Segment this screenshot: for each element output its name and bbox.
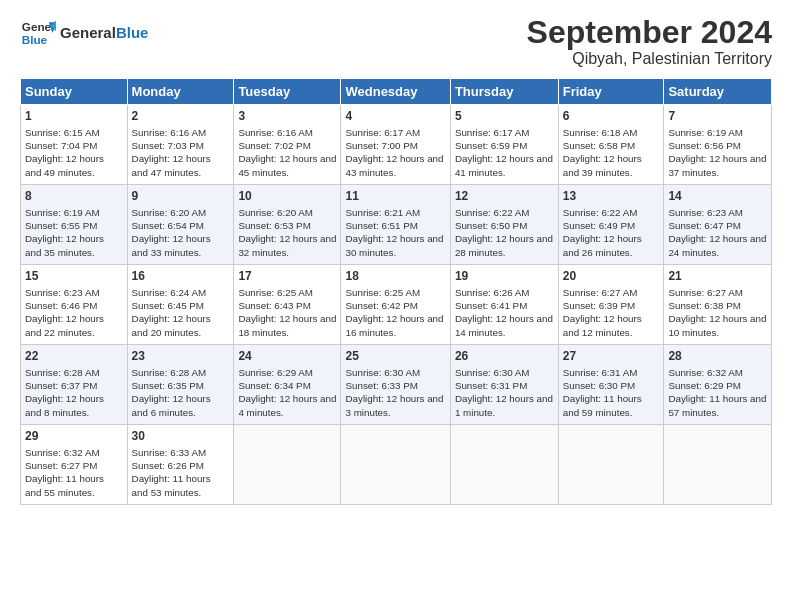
day-detail: Sunrise: 6:17 AMSunset: 6:59 PMDaylight:… bbox=[455, 126, 554, 179]
calendar-cell: 10Sunrise: 6:20 AMSunset: 6:53 PMDayligh… bbox=[234, 185, 341, 265]
day-number: 12 bbox=[455, 188, 554, 205]
day-number: 16 bbox=[132, 268, 230, 285]
day-number: 24 bbox=[238, 348, 336, 365]
day-detail: Sunrise: 6:29 AMSunset: 6:34 PMDaylight:… bbox=[238, 366, 336, 419]
calendar-cell: 6Sunrise: 6:18 AMSunset: 6:58 PMDaylight… bbox=[558, 105, 664, 185]
day-number: 15 bbox=[25, 268, 123, 285]
calendar-cell: 17Sunrise: 6:25 AMSunset: 6:43 PMDayligh… bbox=[234, 265, 341, 345]
day-detail: Sunrise: 6:32 AMSunset: 6:29 PMDaylight:… bbox=[668, 366, 767, 419]
day-detail: Sunrise: 6:24 AMSunset: 6:45 PMDaylight:… bbox=[132, 286, 230, 339]
day-number: 5 bbox=[455, 108, 554, 125]
day-detail: Sunrise: 6:19 AMSunset: 6:55 PMDaylight:… bbox=[25, 206, 123, 259]
day-detail: Sunrise: 6:16 AMSunset: 7:03 PMDaylight:… bbox=[132, 126, 230, 179]
day-number: 17 bbox=[238, 268, 336, 285]
calendar-cell bbox=[234, 425, 341, 505]
day-number: 10 bbox=[238, 188, 336, 205]
day-number: 30 bbox=[132, 428, 230, 445]
day-number: 14 bbox=[668, 188, 767, 205]
calendar-cell bbox=[341, 425, 450, 505]
calendar-cell: 30Sunrise: 6:33 AMSunset: 6:26 PMDayligh… bbox=[127, 425, 234, 505]
day-detail: Sunrise: 6:27 AMSunset: 6:38 PMDaylight:… bbox=[668, 286, 767, 339]
day-detail: Sunrise: 6:25 AMSunset: 6:43 PMDaylight:… bbox=[238, 286, 336, 339]
calendar-table: SundayMondayTuesdayWednesdayThursdayFrid… bbox=[20, 78, 772, 505]
calendar-cell: 15Sunrise: 6:23 AMSunset: 6:46 PMDayligh… bbox=[21, 265, 128, 345]
day-number: 21 bbox=[668, 268, 767, 285]
weekday-header-saturday: Saturday bbox=[664, 79, 772, 105]
logo-general: General bbox=[60, 24, 116, 41]
day-detail: Sunrise: 6:30 AMSunset: 6:33 PMDaylight:… bbox=[345, 366, 445, 419]
calendar-cell: 16Sunrise: 6:24 AMSunset: 6:45 PMDayligh… bbox=[127, 265, 234, 345]
day-number: 8 bbox=[25, 188, 123, 205]
day-number: 18 bbox=[345, 268, 445, 285]
weekday-header-friday: Friday bbox=[558, 79, 664, 105]
calendar-cell: 2Sunrise: 6:16 AMSunset: 7:03 PMDaylight… bbox=[127, 105, 234, 185]
day-detail: Sunrise: 6:19 AMSunset: 6:56 PMDaylight:… bbox=[668, 126, 767, 179]
calendar-cell: 29Sunrise: 6:32 AMSunset: 6:27 PMDayligh… bbox=[21, 425, 128, 505]
calendar-cell: 25Sunrise: 6:30 AMSunset: 6:33 PMDayligh… bbox=[341, 345, 450, 425]
svg-text:Blue: Blue bbox=[22, 33, 48, 46]
calendar-cell: 21Sunrise: 6:27 AMSunset: 6:38 PMDayligh… bbox=[664, 265, 772, 345]
calendar-cell: 7Sunrise: 6:19 AMSunset: 6:56 PMDaylight… bbox=[664, 105, 772, 185]
day-number: 25 bbox=[345, 348, 445, 365]
logo: General Blue GeneralBlue bbox=[20, 15, 148, 51]
calendar-cell: 14Sunrise: 6:23 AMSunset: 6:47 PMDayligh… bbox=[664, 185, 772, 265]
weekday-header-wednesday: Wednesday bbox=[341, 79, 450, 105]
calendar-cell: 4Sunrise: 6:17 AMSunset: 7:00 PMDaylight… bbox=[341, 105, 450, 185]
day-detail: Sunrise: 6:25 AMSunset: 6:42 PMDaylight:… bbox=[345, 286, 445, 339]
day-detail: Sunrise: 6:23 AMSunset: 6:47 PMDaylight:… bbox=[668, 206, 767, 259]
day-detail: Sunrise: 6:32 AMSunset: 6:27 PMDaylight:… bbox=[25, 446, 123, 499]
day-detail: Sunrise: 6:20 AMSunset: 6:54 PMDaylight:… bbox=[132, 206, 230, 259]
calendar-cell: 1Sunrise: 6:15 AMSunset: 7:04 PMDaylight… bbox=[21, 105, 128, 185]
day-detail: Sunrise: 6:28 AMSunset: 6:35 PMDaylight:… bbox=[132, 366, 230, 419]
day-detail: Sunrise: 6:16 AMSunset: 7:02 PMDaylight:… bbox=[238, 126, 336, 179]
calendar-cell bbox=[450, 425, 558, 505]
day-detail: Sunrise: 6:21 AMSunset: 6:51 PMDaylight:… bbox=[345, 206, 445, 259]
day-detail: Sunrise: 6:17 AMSunset: 7:00 PMDaylight:… bbox=[345, 126, 445, 179]
day-number: 13 bbox=[563, 188, 660, 205]
calendar-cell: 3Sunrise: 6:16 AMSunset: 7:02 PMDaylight… bbox=[234, 105, 341, 185]
calendar-cell: 12Sunrise: 6:22 AMSunset: 6:50 PMDayligh… bbox=[450, 185, 558, 265]
weekday-header-tuesday: Tuesday bbox=[234, 79, 341, 105]
day-number: 3 bbox=[238, 108, 336, 125]
calendar-cell: 19Sunrise: 6:26 AMSunset: 6:41 PMDayligh… bbox=[450, 265, 558, 345]
calendar-cell: 8Sunrise: 6:19 AMSunset: 6:55 PMDaylight… bbox=[21, 185, 128, 265]
day-number: 29 bbox=[25, 428, 123, 445]
day-number: 4 bbox=[345, 108, 445, 125]
day-number: 28 bbox=[668, 348, 767, 365]
day-detail: Sunrise: 6:18 AMSunset: 6:58 PMDaylight:… bbox=[563, 126, 660, 179]
day-detail: Sunrise: 6:30 AMSunset: 6:31 PMDaylight:… bbox=[455, 366, 554, 419]
day-number: 19 bbox=[455, 268, 554, 285]
calendar-cell: 24Sunrise: 6:29 AMSunset: 6:34 PMDayligh… bbox=[234, 345, 341, 425]
day-number: 22 bbox=[25, 348, 123, 365]
day-number: 1 bbox=[25, 108, 123, 125]
day-number: 2 bbox=[132, 108, 230, 125]
calendar-cell bbox=[664, 425, 772, 505]
day-number: 6 bbox=[563, 108, 660, 125]
calendar-cell: 20Sunrise: 6:27 AMSunset: 6:39 PMDayligh… bbox=[558, 265, 664, 345]
day-detail: Sunrise: 6:33 AMSunset: 6:26 PMDaylight:… bbox=[132, 446, 230, 499]
calendar-cell: 22Sunrise: 6:28 AMSunset: 6:37 PMDayligh… bbox=[21, 345, 128, 425]
day-detail: Sunrise: 6:20 AMSunset: 6:53 PMDaylight:… bbox=[238, 206, 336, 259]
page-header: General Blue GeneralBlue September 2024 … bbox=[20, 15, 772, 68]
day-detail: Sunrise: 6:27 AMSunset: 6:39 PMDaylight:… bbox=[563, 286, 660, 339]
day-detail: Sunrise: 6:26 AMSunset: 6:41 PMDaylight:… bbox=[455, 286, 554, 339]
weekday-header-monday: Monday bbox=[127, 79, 234, 105]
calendar-cell: 11Sunrise: 6:21 AMSunset: 6:51 PMDayligh… bbox=[341, 185, 450, 265]
day-number: 9 bbox=[132, 188, 230, 205]
day-detail: Sunrise: 6:31 AMSunset: 6:30 PMDaylight:… bbox=[563, 366, 660, 419]
main-title: September 2024 bbox=[527, 15, 772, 50]
day-detail: Sunrise: 6:28 AMSunset: 6:37 PMDaylight:… bbox=[25, 366, 123, 419]
day-detail: Sunrise: 6:15 AMSunset: 7:04 PMDaylight:… bbox=[25, 126, 123, 179]
calendar-cell: 28Sunrise: 6:32 AMSunset: 6:29 PMDayligh… bbox=[664, 345, 772, 425]
day-number: 11 bbox=[345, 188, 445, 205]
weekday-header-thursday: Thursday bbox=[450, 79, 558, 105]
day-number: 20 bbox=[563, 268, 660, 285]
calendar-cell: 26Sunrise: 6:30 AMSunset: 6:31 PMDayligh… bbox=[450, 345, 558, 425]
day-detail: Sunrise: 6:23 AMSunset: 6:46 PMDaylight:… bbox=[25, 286, 123, 339]
day-number: 23 bbox=[132, 348, 230, 365]
calendar-cell: 13Sunrise: 6:22 AMSunset: 6:49 PMDayligh… bbox=[558, 185, 664, 265]
sub-title: Qibyah, Palestinian Territory bbox=[527, 50, 772, 68]
logo-blue: Blue bbox=[116, 24, 149, 41]
calendar-cell: 9Sunrise: 6:20 AMSunset: 6:54 PMDaylight… bbox=[127, 185, 234, 265]
calendar-cell: 5Sunrise: 6:17 AMSunset: 6:59 PMDaylight… bbox=[450, 105, 558, 185]
